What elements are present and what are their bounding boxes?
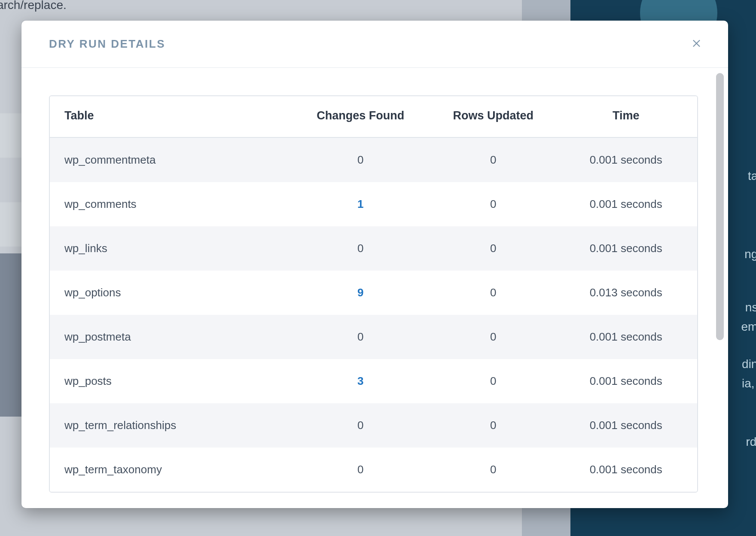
table-row: wp_term_relationships000.001 seconds: [50, 403, 697, 448]
cell-table-name: wp_postmeta: [50, 315, 290, 359]
col-header-table: Table: [50, 96, 290, 137]
backdrop-right-fragment: rdP: [746, 435, 756, 449]
backdrop-right-fragment: ns f: [745, 301, 756, 314]
cell-changes-found[interactable]: 3: [290, 359, 432, 403]
cell-table-name: wp_links: [50, 226, 290, 271]
modal-header: DRY RUN DETAILS: [21, 21, 728, 68]
col-header-rows: Rows Updated: [432, 96, 555, 137]
cell-rows-updated: 0: [432, 359, 555, 403]
cell-changes-found: 0: [290, 137, 432, 182]
table-row: wp_term_taxonomy000.001 seconds: [50, 448, 697, 492]
cell-time: 0.013 seconds: [555, 271, 697, 315]
scrollbar-thumb[interactable]: [716, 73, 724, 340]
table-row: wp_commentmeta000.001 seconds: [50, 137, 697, 182]
cell-changes-found[interactable]: 1: [290, 182, 432, 226]
backdrop-right-fragment: tab: [748, 169, 756, 183]
scrollbar-track[interactable]: [716, 73, 724, 504]
table-row: wp_postmeta000.001 seconds: [50, 315, 697, 359]
close-button[interactable]: [689, 36, 706, 53]
table-row: wp_links000.001 seconds: [50, 226, 697, 271]
cell-changes-found: 0: [290, 448, 432, 492]
cell-rows-updated: 0: [432, 448, 555, 492]
table-row: wp_comments100.001 seconds: [50, 182, 697, 226]
cell-time: 0.001 seconds: [555, 403, 697, 448]
modal-body: Table Changes Found Rows Updated Time wp…: [21, 68, 728, 508]
cell-rows-updated: 0: [432, 182, 555, 226]
cell-changes-found: 0: [290, 315, 432, 359]
cell-rows-updated: 0: [432, 271, 555, 315]
col-header-changes: Changes Found: [290, 96, 432, 137]
results-table-wrap: Table Changes Found Rows Updated Time wp…: [49, 95, 698, 493]
cell-table-name: wp_term_taxonomy: [50, 448, 290, 492]
cell-table-name: wp_commentmeta: [50, 137, 290, 182]
col-header-time: Time: [555, 96, 697, 137]
changes-link[interactable]: 1: [357, 198, 363, 210]
dry-run-modal: DRY RUN DETAILS Table Changes Found Rows…: [21, 21, 728, 508]
results-table: Table Changes Found Rows Updated Time wp…: [50, 96, 697, 492]
cell-rows-updated: 0: [432, 403, 555, 448]
cell-rows-updated: 0: [432, 137, 555, 182]
cell-table-name: wp_term_relationships: [50, 403, 290, 448]
table-row: wp_options900.013 seconds: [50, 271, 697, 315]
cell-time: 0.001 seconds: [555, 359, 697, 403]
cell-table-name: wp_comments: [50, 182, 290, 226]
cell-time: 0.001 seconds: [555, 315, 697, 359]
close-icon: [692, 38, 703, 51]
cell-table-name: wp_posts: [50, 359, 290, 403]
cell-rows-updated: 0: [432, 226, 555, 271]
changes-link[interactable]: 3: [357, 375, 363, 387]
backdrop-right-fragment: nge: [744, 247, 756, 261]
cell-changes-found: 0: [290, 226, 432, 271]
cell-time: 0.001 seconds: [555, 137, 697, 182]
cell-changes-found[interactable]: 9: [290, 271, 432, 315]
modal-title: DRY RUN DETAILS: [49, 37, 165, 51]
cell-changes-found: 0: [290, 403, 432, 448]
cell-rows-updated: 0: [432, 315, 555, 359]
cell-table-name: wp_options: [50, 271, 290, 315]
changes-link[interactable]: 9: [357, 286, 363, 299]
table-header-row: Table Changes Found Rows Updated Time: [50, 96, 697, 137]
backdrop-right-fragment: ia, a: [742, 377, 756, 390]
backdrop-right-fragment: ding: [742, 357, 756, 371]
backdrop-right-fragment: eme: [741, 320, 756, 334]
cell-time: 0.001 seconds: [555, 182, 697, 226]
cell-time: 0.001 seconds: [555, 226, 697, 271]
cell-time: 0.001 seconds: [555, 448, 697, 492]
backdrop-text-top: o run the search/replace.: [0, 0, 67, 12]
table-row: wp_posts300.001 seconds: [50, 359, 697, 403]
